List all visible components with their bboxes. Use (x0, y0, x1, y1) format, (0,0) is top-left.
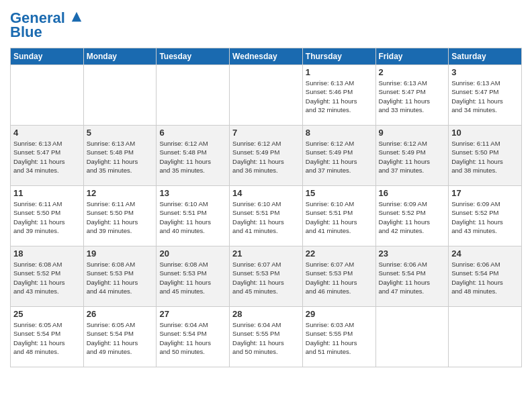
calendar-cell: 20Sunrise: 6:08 AMSunset: 5:53 PMDayligh… (157, 246, 230, 307)
day-info: Sunrise: 6:12 AMSunset: 5:49 PMDaylight:… (306, 139, 373, 175)
day-number: 27 (159, 309, 226, 319)
day-number: 7 (232, 128, 300, 138)
day-number: 20 (159, 248, 226, 259)
day-of-week-sunday: Sunday (11, 48, 84, 65)
day-number: 11 (13, 188, 81, 198)
day-number: 10 (451, 128, 519, 138)
day-info: Sunrise: 6:13 AMSunset: 5:46 PMDaylight:… (306, 79, 373, 114)
day-number: 4 (13, 128, 81, 138)
day-info: Sunrise: 6:10 AMSunset: 5:51 PMDaylight:… (159, 199, 226, 235)
calendar-cell (83, 65, 157, 126)
day-info: Sunrise: 6:06 AMSunset: 5:54 PMDaylight:… (451, 260, 519, 295)
calendar-cell: 27Sunrise: 6:04 AMSunset: 5:54 PMDayligh… (157, 307, 230, 367)
logo: General Blue (10, 10, 83, 41)
day-info: Sunrise: 6:11 AMSunset: 5:50 PMDaylight:… (13, 199, 81, 235)
day-number: 17 (451, 188, 519, 198)
calendar-cell: 7Sunrise: 6:12 AMSunset: 5:49 PMDaylight… (230, 126, 303, 186)
day-number: 16 (379, 188, 446, 198)
day-number: 22 (306, 248, 373, 259)
day-number: 21 (232, 248, 300, 259)
calendar-cell: 29Sunrise: 6:03 AMSunset: 5:55 PMDayligh… (302, 307, 375, 367)
calendar-cell: 10Sunrise: 6:11 AMSunset: 5:50 PMDayligh… (449, 126, 522, 186)
day-info: Sunrise: 6:09 AMSunset: 5:52 PMDaylight:… (451, 199, 519, 235)
day-info: Sunrise: 6:13 AMSunset: 5:47 PMDaylight:… (379, 79, 446, 114)
calendar-week-row: 25Sunrise: 6:05 AMSunset: 5:54 PMDayligh… (11, 307, 522, 367)
calendar-cell: 16Sunrise: 6:09 AMSunset: 5:52 PMDayligh… (375, 186, 449, 246)
calendar-week-row: 1Sunrise: 6:13 AMSunset: 5:46 PMDaylight… (11, 65, 522, 126)
day-number: 18 (13, 248, 81, 259)
calendar-cell (11, 65, 84, 126)
calendar-cell: 3Sunrise: 6:13 AMSunset: 5:47 PMDaylight… (449, 65, 522, 126)
day-info: Sunrise: 6:10 AMSunset: 5:51 PMDaylight:… (232, 199, 300, 235)
day-number: 3 (451, 67, 519, 77)
calendar-cell: 24Sunrise: 6:06 AMSunset: 5:54 PMDayligh… (449, 246, 522, 307)
calendar-cell: 23Sunrise: 6:06 AMSunset: 5:54 PMDayligh… (375, 246, 449, 307)
day-info: Sunrise: 6:12 AMSunset: 5:49 PMDaylight:… (379, 139, 446, 175)
day-info: Sunrise: 6:08 AMSunset: 5:52 PMDaylight:… (13, 260, 81, 295)
day-number: 19 (87, 248, 154, 259)
day-number: 26 (87, 309, 154, 319)
day-info: Sunrise: 6:08 AMSunset: 5:53 PMDaylight:… (87, 260, 154, 295)
day-number: 29 (306, 309, 373, 319)
day-info: Sunrise: 6:07 AMSunset: 5:53 PMDaylight:… (232, 260, 300, 295)
day-info: Sunrise: 6:05 AMSunset: 5:54 PMDaylight:… (87, 320, 154, 356)
calendar-cell: 11Sunrise: 6:11 AMSunset: 5:50 PMDayligh… (11, 186, 84, 246)
day-number: 14 (232, 188, 300, 198)
day-info: Sunrise: 6:05 AMSunset: 5:54 PMDaylight:… (13, 320, 81, 356)
calendar-week-row: 18Sunrise: 6:08 AMSunset: 5:52 PMDayligh… (11, 246, 522, 307)
day-info: Sunrise: 6:12 AMSunset: 5:49 PMDaylight:… (232, 139, 300, 175)
calendar-cell (157, 65, 230, 126)
calendar-cell: 18Sunrise: 6:08 AMSunset: 5:52 PMDayligh… (11, 246, 84, 307)
day-info: Sunrise: 6:13 AMSunset: 5:47 PMDaylight:… (451, 79, 519, 114)
day-info: Sunrise: 6:06 AMSunset: 5:54 PMDaylight:… (379, 260, 446, 295)
calendar-header-row: SundayMondayTuesdayWednesdayThursdayFrid… (11, 48, 522, 65)
calendar-cell: 9Sunrise: 6:12 AMSunset: 5:49 PMDaylight… (375, 126, 449, 186)
day-number: 8 (306, 128, 373, 138)
calendar-cell: 12Sunrise: 6:11 AMSunset: 5:50 PMDayligh… (83, 186, 157, 246)
calendar-cell (449, 307, 522, 367)
page-header: General Blue (10, 10, 522, 41)
calendar-cell: 25Sunrise: 6:05 AMSunset: 5:54 PMDayligh… (11, 307, 84, 367)
calendar-week-row: 4Sunrise: 6:13 AMSunset: 5:47 PMDaylight… (11, 126, 522, 186)
day-number: 28 (232, 309, 300, 319)
day-info: Sunrise: 6:10 AMSunset: 5:51 PMDaylight:… (306, 199, 373, 235)
day-info: Sunrise: 6:13 AMSunset: 5:48 PMDaylight:… (87, 139, 154, 175)
calendar-cell: 8Sunrise: 6:12 AMSunset: 5:49 PMDaylight… (302, 126, 375, 186)
day-info: Sunrise: 6:04 AMSunset: 5:55 PMDaylight:… (232, 320, 300, 356)
day-info: Sunrise: 6:03 AMSunset: 5:55 PMDaylight:… (306, 320, 373, 356)
calendar-cell: 13Sunrise: 6:10 AMSunset: 5:51 PMDayligh… (157, 186, 230, 246)
logo-icon (71, 11, 83, 23)
day-of-week-tuesday: Tuesday (157, 48, 230, 65)
calendar-cell: 19Sunrise: 6:08 AMSunset: 5:53 PMDayligh… (83, 246, 157, 307)
calendar-cell (230, 65, 303, 126)
day-number: 2 (379, 67, 446, 77)
day-info: Sunrise: 6:13 AMSunset: 5:47 PMDaylight:… (13, 139, 81, 175)
day-info: Sunrise: 6:11 AMSunset: 5:50 PMDaylight:… (451, 139, 519, 175)
calendar-cell: 6Sunrise: 6:12 AMSunset: 5:48 PMDaylight… (157, 126, 230, 186)
calendar-cell: 21Sunrise: 6:07 AMSunset: 5:53 PMDayligh… (230, 246, 303, 307)
calendar-cell: 26Sunrise: 6:05 AMSunset: 5:54 PMDayligh… (83, 307, 157, 367)
day-number: 9 (379, 128, 446, 138)
day-number: 5 (87, 128, 154, 138)
calendar-cell: 14Sunrise: 6:10 AMSunset: 5:51 PMDayligh… (230, 186, 303, 246)
calendar-cell: 4Sunrise: 6:13 AMSunset: 5:47 PMDaylight… (11, 126, 84, 186)
calendar-cell: 2Sunrise: 6:13 AMSunset: 5:47 PMDaylight… (375, 65, 449, 126)
day-of-week-thursday: Thursday (302, 48, 375, 65)
calendar-cell (375, 307, 449, 367)
day-of-week-saturday: Saturday (449, 48, 522, 65)
day-number: 25 (13, 309, 81, 319)
day-number: 23 (379, 248, 446, 259)
day-number: 1 (306, 67, 373, 77)
day-number: 6 (159, 128, 226, 138)
calendar-week-row: 11Sunrise: 6:11 AMSunset: 5:50 PMDayligh… (11, 186, 522, 246)
calendar-cell: 5Sunrise: 6:13 AMSunset: 5:48 PMDaylight… (83, 126, 157, 186)
day-info: Sunrise: 6:09 AMSunset: 5:52 PMDaylight:… (379, 199, 446, 235)
day-info: Sunrise: 6:11 AMSunset: 5:50 PMDaylight:… (87, 199, 154, 235)
day-of-week-monday: Monday (83, 48, 157, 65)
day-number: 24 (451, 248, 519, 259)
calendar-cell: 22Sunrise: 6:07 AMSunset: 5:53 PMDayligh… (302, 246, 375, 307)
calendar-cell: 28Sunrise: 6:04 AMSunset: 5:55 PMDayligh… (230, 307, 303, 367)
day-info: Sunrise: 6:08 AMSunset: 5:53 PMDaylight:… (159, 260, 226, 295)
day-info: Sunrise: 6:04 AMSunset: 5:54 PMDaylight:… (159, 320, 226, 356)
calendar-cell: 15Sunrise: 6:10 AMSunset: 5:51 PMDayligh… (302, 186, 375, 246)
